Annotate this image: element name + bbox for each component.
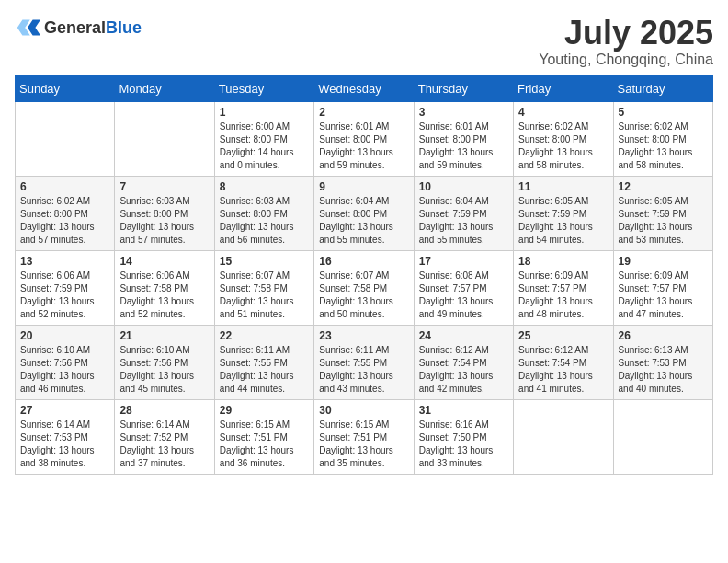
- day-info: Sunrise: 6:01 AM Sunset: 8:00 PM Dayligh…: [319, 121, 408, 172]
- title-block: July 2025 Youting, Chongqing, China: [539, 15, 713, 68]
- day-info: Sunrise: 6:16 AM Sunset: 7:50 PM Dayligh…: [419, 419, 508, 470]
- calendar-cell: 7Sunrise: 6:03 AM Sunset: 8:00 PM Daylig…: [115, 176, 214, 250]
- day-info: Sunrise: 6:14 AM Sunset: 7:52 PM Dayligh…: [119, 419, 209, 470]
- day-number: 4: [518, 106, 608, 119]
- page-header: GeneralBlue July 2025 Youting, Chongqing…: [15, 15, 713, 68]
- calendar-cell: 22Sunrise: 6:11 AM Sunset: 7:55 PM Dayli…: [214, 325, 313, 399]
- day-info: Sunrise: 6:01 AM Sunset: 8:00 PM Dayligh…: [419, 121, 508, 172]
- calendar-cell: 19Sunrise: 6:09 AM Sunset: 7:57 PM Dayli…: [613, 250, 712, 325]
- day-info: Sunrise: 6:12 AM Sunset: 7:54 PM Dayligh…: [419, 344, 508, 396]
- calendar-cell: 3Sunrise: 6:01 AM Sunset: 8:00 PM Daylig…: [414, 101, 513, 176]
- calendar-cell: 21Sunrise: 6:10 AM Sunset: 7:56 PM Dayli…: [115, 325, 214, 399]
- day-number: 20: [20, 329, 109, 342]
- day-info: Sunrise: 6:06 AM Sunset: 7:59 PM Dayligh…: [20, 270, 109, 321]
- calendar-cell: 8Sunrise: 6:03 AM Sunset: 8:00 PM Daylig…: [214, 176, 313, 250]
- day-number: 3: [419, 106, 508, 119]
- day-info: Sunrise: 6:05 AM Sunset: 7:59 PM Dayligh…: [518, 195, 608, 247]
- logo-text-general: General: [44, 18, 106, 37]
- day-info: Sunrise: 6:04 AM Sunset: 7:59 PM Dayligh…: [419, 195, 508, 247]
- calendar-cell: 17Sunrise: 6:08 AM Sunset: 7:57 PM Dayli…: [414, 250, 513, 325]
- day-info: Sunrise: 6:02 AM Sunset: 8:00 PM Dayligh…: [619, 121, 708, 172]
- day-number: 25: [518, 329, 608, 342]
- calendar-cell: 15Sunrise: 6:07 AM Sunset: 7:58 PM Dayli…: [214, 250, 313, 325]
- day-info: Sunrise: 6:15 AM Sunset: 7:51 PM Dayligh…: [220, 419, 309, 470]
- day-number: 7: [119, 180, 209, 193]
- day-number: 2: [319, 106, 408, 119]
- day-info: Sunrise: 6:09 AM Sunset: 7:57 PM Dayligh…: [619, 270, 708, 321]
- day-info: Sunrise: 6:10 AM Sunset: 7:56 PM Dayligh…: [20, 344, 109, 396]
- day-number: 22: [220, 329, 309, 342]
- day-info: Sunrise: 6:05 AM Sunset: 7:59 PM Dayligh…: [619, 195, 708, 247]
- logo-text-blue: Blue: [106, 18, 142, 37]
- day-info: Sunrise: 6:12 AM Sunset: 7:54 PM Dayligh…: [518, 344, 608, 396]
- weekday-header-row: SundayMondayTuesdayWednesdayThursdayFrid…: [16, 75, 713, 101]
- calendar-cell: 28Sunrise: 6:14 AM Sunset: 7:52 PM Dayli…: [115, 399, 214, 474]
- day-number: 21: [119, 329, 209, 342]
- calendar-cell: 18Sunrise: 6:09 AM Sunset: 7:57 PM Dayli…: [514, 250, 613, 325]
- calendar-cell: 25Sunrise: 6:12 AM Sunset: 7:54 PM Dayli…: [514, 325, 613, 399]
- calendar-cell: 2Sunrise: 6:01 AM Sunset: 8:00 PM Daylig…: [314, 101, 414, 176]
- day-number: 19: [619, 255, 708, 268]
- calendar-cell: 16Sunrise: 6:07 AM Sunset: 7:58 PM Dayli…: [314, 250, 414, 325]
- day-info: Sunrise: 6:06 AM Sunset: 7:58 PM Dayligh…: [119, 270, 209, 321]
- day-number: 27: [20, 404, 109, 417]
- weekday-header-wednesday: Wednesday: [314, 75, 414, 101]
- weekday-header-sunday: Sunday: [16, 75, 115, 101]
- day-number: 26: [619, 329, 708, 342]
- day-number: 10: [419, 180, 508, 193]
- day-number: 1: [220, 106, 309, 119]
- day-number: 5: [619, 106, 708, 119]
- day-number: 9: [319, 180, 408, 193]
- day-number: 23: [319, 329, 408, 342]
- calendar-cell: 14Sunrise: 6:06 AM Sunset: 7:58 PM Dayli…: [115, 250, 214, 325]
- day-info: Sunrise: 6:14 AM Sunset: 7:53 PM Dayligh…: [20, 419, 109, 470]
- calendar-week-5: 27Sunrise: 6:14 AM Sunset: 7:53 PM Dayli…: [16, 399, 713, 474]
- day-number: 15: [220, 255, 309, 268]
- calendar-cell: 1Sunrise: 6:00 AM Sunset: 8:00 PM Daylig…: [214, 101, 313, 176]
- day-number: 14: [119, 255, 209, 268]
- logo-icon: [15, 15, 40, 40]
- calendar-cell: 20Sunrise: 6:10 AM Sunset: 7:56 PM Dayli…: [16, 325, 115, 399]
- calendar-cell: 29Sunrise: 6:15 AM Sunset: 7:51 PM Dayli…: [214, 399, 313, 474]
- calendar-cell: 12Sunrise: 6:05 AM Sunset: 7:59 PM Dayli…: [613, 176, 712, 250]
- calendar-cell: 26Sunrise: 6:13 AM Sunset: 7:53 PM Dayli…: [613, 325, 712, 399]
- day-info: Sunrise: 6:13 AM Sunset: 7:53 PM Dayligh…: [619, 344, 708, 396]
- calendar-cell: 30Sunrise: 6:15 AM Sunset: 7:51 PM Dayli…: [314, 399, 414, 474]
- day-number: 8: [220, 180, 309, 193]
- weekday-header-tuesday: Tuesday: [214, 75, 313, 101]
- calendar-week-1: 1Sunrise: 6:00 AM Sunset: 8:00 PM Daylig…: [16, 101, 713, 176]
- day-info: Sunrise: 6:07 AM Sunset: 7:58 PM Dayligh…: [319, 270, 408, 321]
- day-info: Sunrise: 6:02 AM Sunset: 8:00 PM Dayligh…: [518, 121, 608, 172]
- day-number: 18: [518, 255, 608, 268]
- day-info: Sunrise: 6:15 AM Sunset: 7:51 PM Dayligh…: [319, 419, 408, 470]
- calendar-cell: 9Sunrise: 6:04 AM Sunset: 8:00 PM Daylig…: [314, 176, 414, 250]
- calendar-week-3: 13Sunrise: 6:06 AM Sunset: 7:59 PM Dayli…: [16, 250, 713, 325]
- day-info: Sunrise: 6:10 AM Sunset: 7:56 PM Dayligh…: [119, 344, 209, 396]
- day-number: 16: [319, 255, 408, 268]
- day-info: Sunrise: 6:11 AM Sunset: 7:55 PM Dayligh…: [220, 344, 309, 396]
- day-info: Sunrise: 6:11 AM Sunset: 7:55 PM Dayligh…: [319, 344, 408, 396]
- logo: GeneralBlue: [15, 15, 142, 40]
- day-info: Sunrise: 6:04 AM Sunset: 8:00 PM Dayligh…: [319, 195, 408, 247]
- calendar-cell: 5Sunrise: 6:02 AM Sunset: 8:00 PM Daylig…: [613, 101, 712, 176]
- day-info: Sunrise: 6:09 AM Sunset: 7:57 PM Dayligh…: [518, 270, 608, 321]
- calendar-cell: 4Sunrise: 6:02 AM Sunset: 8:00 PM Daylig…: [514, 101, 613, 176]
- day-number: 12: [619, 180, 708, 193]
- calendar-cell: 11Sunrise: 6:05 AM Sunset: 7:59 PM Dayli…: [514, 176, 613, 250]
- calendar-cell: [16, 101, 115, 176]
- weekday-header-monday: Monday: [115, 75, 214, 101]
- day-number: 29: [220, 404, 309, 417]
- day-info: Sunrise: 6:02 AM Sunset: 8:00 PM Dayligh…: [20, 195, 109, 247]
- calendar-cell: [613, 399, 712, 474]
- day-info: Sunrise: 6:03 AM Sunset: 8:00 PM Dayligh…: [220, 195, 309, 247]
- month-title: July 2025: [539, 15, 713, 52]
- calendar-cell: 31Sunrise: 6:16 AM Sunset: 7:50 PM Dayli…: [414, 399, 513, 474]
- calendar-cell: [115, 101, 214, 176]
- day-info: Sunrise: 6:08 AM Sunset: 7:57 PM Dayligh…: [419, 270, 508, 321]
- calendar-cell: [514, 399, 613, 474]
- day-number: 31: [419, 404, 508, 417]
- day-info: Sunrise: 6:00 AM Sunset: 8:00 PM Dayligh…: [220, 121, 309, 172]
- calendar-week-4: 20Sunrise: 6:10 AM Sunset: 7:56 PM Dayli…: [16, 325, 713, 399]
- day-info: Sunrise: 6:03 AM Sunset: 8:00 PM Dayligh…: [119, 195, 209, 247]
- weekday-header-saturday: Saturday: [613, 75, 712, 101]
